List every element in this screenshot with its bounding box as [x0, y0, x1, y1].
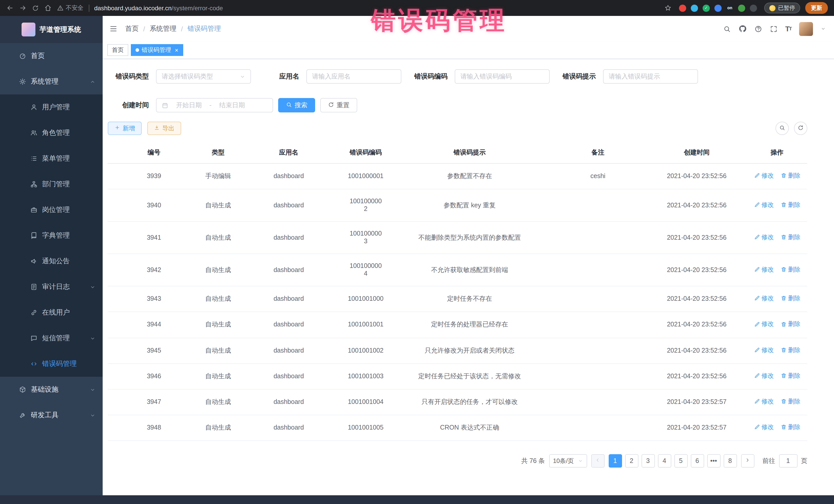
breadcrumb-item[interactable]: 系统管理 [150, 24, 176, 34]
fullscreen-icon[interactable] [770, 25, 777, 32]
error-type-select[interactable]: 请选择错误码类型 [156, 69, 251, 84]
sidebar-item-label: 岗位管理 [42, 205, 95, 215]
add-button[interactable]: 新增 [108, 122, 142, 135]
forward-icon[interactable] [19, 4, 27, 12]
page-button-8[interactable]: 8 [723, 455, 737, 468]
export-button[interactable]: 导出 [147, 122, 181, 135]
delete-link[interactable]: 删除 [781, 172, 800, 179]
edit-link[interactable]: 修改 [754, 294, 774, 302]
hamburger-icon[interactable] [109, 25, 117, 33]
end-date-input[interactable] [215, 102, 249, 109]
page-button-5[interactable]: 5 [674, 455, 687, 468]
edit-link[interactable]: 修改 [754, 172, 774, 179]
edit-link[interactable]: 修改 [754, 423, 774, 431]
sidebar-item-menu[interactable]: 菜单管理 [0, 146, 103, 171]
edit-link[interactable]: 修改 [754, 201, 774, 209]
tab-home[interactable]: 首页 [107, 44, 128, 56]
edit-link[interactable]: 修改 [754, 398, 774, 405]
page-button-1[interactable]: 1 [609, 455, 622, 468]
sidebar-item-devtools[interactable]: 研发工具 [0, 402, 103, 428]
date-range-picker[interactable]: - [156, 98, 273, 112]
tab-error-code[interactable]: 错误码管理× [131, 44, 183, 56]
sidebar-item-user[interactable]: 用户管理 [0, 94, 103, 120]
extension-on-badge-icon[interactable]: on [726, 4, 733, 12]
sidebar-item-sms[interactable]: 短信管理 [0, 325, 103, 351]
sidebar-item-dept[interactable]: 部门管理 [0, 171, 103, 197]
sidebar-item-audit-log[interactable]: 审计日志 [0, 274, 103, 300]
sidebar-item-online-user[interactable]: 在线用户 [0, 300, 103, 325]
next-page-button[interactable] [741, 455, 754, 468]
help-icon[interactable] [754, 25, 762, 32]
home-icon[interactable] [44, 4, 52, 12]
extension-grid-icon[interactable] [715, 4, 722, 12]
search-icon[interactable] [723, 25, 731, 32]
extension-teal-icon[interactable] [691, 4, 698, 12]
delete-link[interactable]: 删除 [781, 423, 800, 431]
extension-green-check-icon[interactable]: ✓ [703, 4, 710, 12]
edit-link[interactable]: 修改 [754, 233, 774, 241]
security-indicator[interactable]: 不安全 [57, 4, 83, 12]
sidebar-item-post[interactable]: 岗位管理 [0, 197, 103, 223]
app-name-input[interactable] [312, 73, 396, 80]
edit-link[interactable]: 修改 [754, 266, 774, 273]
extension-leaf-icon[interactable] [738, 4, 745, 12]
font-size-icon[interactable]: TT [785, 25, 791, 33]
delete-link[interactable]: 删除 [781, 372, 800, 379]
sidebar-item-notice[interactable]: 通知公告 [0, 248, 103, 274]
reset-button[interactable]: 重置 [320, 98, 357, 112]
goto-page-input[interactable] [779, 455, 797, 468]
error-code-input[interactable] [460, 73, 544, 80]
github-icon[interactable] [739, 25, 747, 33]
edit-link[interactable]: 修改 [754, 372, 774, 379]
delete-link[interactable]: 删除 [781, 266, 800, 273]
delete-link[interactable]: 删除 [781, 398, 800, 405]
sidebar-item-infra[interactable]: 基础设施 [0, 377, 103, 402]
plus-icon [114, 125, 120, 132]
filter-label-message: 错误码提示 [563, 72, 596, 81]
page-button-2[interactable]: 2 [625, 455, 638, 468]
caret-down-icon[interactable] [821, 26, 826, 31]
extension-red-icon[interactable] [679, 4, 686, 12]
edit-link[interactable]: 修改 [754, 346, 774, 354]
user-avatar[interactable] [799, 22, 813, 36]
reload-icon[interactable] [32, 4, 39, 12]
profile-paused-badge[interactable]: 已暂停 [764, 3, 800, 13]
sidebar-item-home[interactable]: 首页 [0, 43, 103, 69]
extensions-area: ✓on [679, 4, 757, 12]
search-button[interactable]: 搜索 [278, 98, 315, 112]
page-button-4[interactable]: 4 [658, 455, 671, 468]
delete-icon [781, 295, 787, 302]
page-button-6[interactable]: 6 [690, 455, 704, 468]
prev-page-button[interactable] [591, 455, 604, 468]
page-button-3[interactable]: 3 [641, 455, 655, 468]
sidebar-item-dict[interactable]: 字典管理 [0, 223, 103, 248]
sidebar-item-role[interactable]: 角色管理 [0, 120, 103, 146]
start-date-input[interactable] [171, 102, 206, 109]
delete-link[interactable]: 删除 [781, 321, 800, 328]
delete-link[interactable]: 删除 [781, 201, 800, 209]
error-message-input[interactable] [609, 73, 692, 80]
more-pages-button[interactable]: ••• [707, 455, 720, 468]
sidebar-item-error-code[interactable]: 错误码管理 [0, 351, 103, 377]
back-icon[interactable] [6, 4, 14, 12]
browser-update-button[interactable]: 更新 [805, 2, 828, 14]
devtools-icon [19, 412, 27, 419]
page-size-select[interactable]: 10条/页 [549, 455, 587, 468]
toggle-search-button[interactable] [775, 122, 789, 135]
delete-link[interactable]: 删除 [781, 294, 800, 302]
bookmark-star-icon[interactable] [664, 4, 672, 12]
address-bar[interactable]: dashboard.yudao.iocoder.cn/system/error-… [94, 4, 223, 12]
cell-code: 1001001001 [341, 312, 390, 338]
cell-app: dashboard [236, 338, 341, 364]
delete-icon [781, 424, 787, 430]
extension-pin-icon[interactable] [750, 4, 757, 12]
refresh-table-button[interactable] [794, 122, 807, 135]
breadcrumb-item[interactable]: 首页 [125, 24, 138, 34]
sidebar-item-system[interactable]: 系统管理 [0, 69, 103, 94]
delete-link[interactable]: 删除 [781, 233, 800, 241]
close-icon[interactable]: × [175, 47, 178, 53]
cell-type: 自动生成 [200, 221, 236, 254]
edit-link[interactable]: 修改 [754, 321, 774, 328]
cell-app: dashboard [236, 254, 341, 286]
delete-link[interactable]: 删除 [781, 346, 800, 354]
